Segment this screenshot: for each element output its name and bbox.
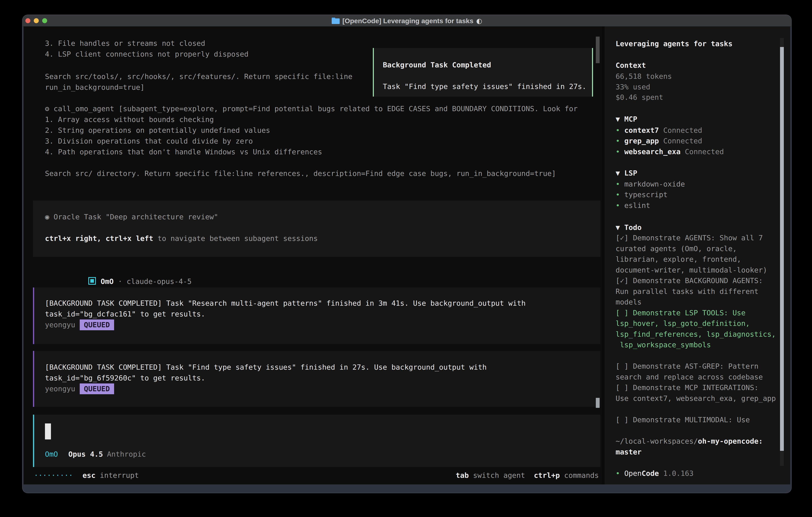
statusbar-left: ·········esc interrupt: [34, 470, 139, 481]
terminal-main-pane: 3. File handles or streams not closed 4.…: [24, 26, 602, 484]
status-dot-icon: •: [616, 147, 620, 156]
fisheye-icon: ◉: [45, 213, 49, 221]
sidebar-scrollbar-thumb[interactable]: [780, 47, 784, 451]
ctrlp-key-hint[interactable]: ctrl+p: [534, 471, 560, 480]
status-dot-icon: •: [616, 201, 620, 210]
author-name: yeongyu: [45, 321, 75, 329]
folder-icon: [332, 18, 340, 24]
text-cursor: [45, 424, 51, 439]
lsp-item: • typescript: [616, 189, 668, 200]
sidebar: Leveraging agents for tasks Context 66,5…: [602, 26, 790, 484]
main-scrollbar-thumb[interactable]: [596, 398, 600, 408]
collapse-arrow-icon: ▼: [616, 223, 620, 232]
notification-title: Background Task Completed: [383, 60, 491, 71]
agent-checkbox-icon: [88, 277, 96, 285]
prompt-input[interactable]: OmOOpus 4.5Anthropic: [33, 415, 601, 467]
active-agent-name: OmO: [45, 450, 58, 458]
task-message-meta: yeongyuQUEUED: [45, 320, 114, 330]
active-model-name: Opus 4.5: [68, 450, 103, 458]
mcp-name: context7: [624, 126, 659, 134]
esc-key-label: interrupt: [95, 471, 139, 480]
todo-active-item: [ ] Demonstrate LSP TOOLS: Use lsp_hover…: [616, 309, 776, 349]
status-dot-icon: •: [616, 126, 620, 134]
terminal-text-block: 3. File handles or streams not closed 4.…: [45, 38, 249, 60]
screen: [OpenCode] Leveraging agents for tasks ◐…: [0, 0, 812, 517]
mcp-name: grep_app: [624, 137, 659, 145]
oracle-task-title: ◉ Oracle Task "Deep architecture review": [45, 212, 218, 222]
lsp-name: eslint: [624, 201, 650, 210]
app-name: Open: [624, 469, 642, 478]
lsp-item: • eslint: [616, 200, 650, 211]
half-circle-icon: ◐: [476, 16, 482, 26]
terminal-text-block: Search src/tools/, src/hooks/, src/featu…: [45, 71, 352, 93]
context-heading: Context: [616, 60, 646, 71]
task-message-text: [BACKGROUND TASK COMPLETED] Task "Resear…: [45, 298, 526, 320]
window-title: [OpenCode] Leveraging agents for tasks: [343, 16, 473, 26]
status-dot-icon: •: [616, 469, 620, 478]
lsp-name: markdown-oxide: [624, 180, 685, 188]
mcp-item: • websearch_exa Connected: [616, 146, 724, 157]
todo-pending-item: [ ] Demonstrate MULTIMODAL: Use: [616, 416, 750, 424]
mcp-status: Connected: [659, 126, 702, 134]
window-title-group: [OpenCode] Leveraging agents for tasks ◐: [23, 15, 791, 26]
mcp-section-header[interactable]: ▼ MCP: [616, 114, 637, 125]
window-content: 3. File handles or streams not closed 4.…: [24, 26, 790, 484]
status-dot-icon: •: [616, 137, 620, 145]
status-dot-icon: •: [616, 180, 620, 188]
opencode-window: [OpenCode] Leveraging agents for tasks ◐…: [23, 15, 791, 493]
workspace-dir: ~/local-workspaces/: [616, 437, 698, 445]
tab-key-hint[interactable]: tab: [456, 471, 469, 480]
task-message-meta: yeongyuQUEUED: [45, 383, 114, 394]
session-title: Leveraging agents for tasks: [616, 38, 732, 49]
subagent-navigation-hint: ctrl+x right, ctrl+x left to navigate be…: [45, 233, 318, 244]
version-line: • OpenCode 1.0.163: [616, 468, 694, 479]
status-dot-icon: •: [616, 191, 620, 199]
spinner-dots: ·········: [34, 471, 73, 480]
background-task-message[interactable]: [BACKGROUND TASK COMPLETED] Task "Find t…: [33, 351, 601, 407]
agent-model: · claude-opus-4-5: [114, 277, 192, 285]
todo-pending-items: [ ] Demonstrate AST-GREP: Pattern search…: [616, 362, 776, 403]
mcp-status: Connected: [680, 147, 724, 156]
collapse-arrow-icon: ▼: [616, 169, 620, 177]
ctrlp-key-label: commands: [560, 471, 599, 480]
mcp-item: • grep_app Connected: [616, 136, 702, 146]
context-stats: 66,518 tokens 33% used $0.46 spent: [616, 71, 672, 103]
mcp-item: • context7 Connected: [616, 125, 702, 136]
hint-text: to navigate between subagent sessions: [153, 234, 318, 243]
todo-section-header[interactable]: ▼ Todo: [616, 222, 642, 233]
main-scrollbar-thumb-top[interactable]: [596, 36, 600, 63]
workspace-branch: master: [616, 448, 642, 456]
esc-key-hint[interactable]: esc: [83, 471, 95, 480]
model-status-line: OmOOpus 4.5Anthropic: [45, 449, 146, 460]
workspace-repo: oh-my-opencode:: [698, 437, 763, 445]
queued-badge: QUEUED: [80, 320, 114, 330]
collapse-arrow-icon: ▼: [616, 115, 620, 123]
author-name: yeongyu: [45, 385, 75, 393]
tab-key-label: switch agent: [469, 471, 525, 480]
agent-name: OmO: [101, 277, 114, 285]
oracle-task-panel[interactable]: ◉ Oracle Task "Deep architecture review"…: [33, 200, 601, 257]
titlebar[interactable]: [OpenCode] Leveraging agents for tasks ◐: [23, 15, 791, 27]
todo-done-items: [✓] Demonstrate AGENTS: Show all 7 curat…: [616, 234, 767, 306]
provider-name: Anthropic: [107, 450, 146, 458]
lsp-section-header[interactable]: ▼ LSP: [616, 168, 637, 179]
lsp-name: typescript: [624, 191, 668, 199]
background-task-message[interactable]: [BACKGROUND TASK COMPLETED] Task "Resear…: [33, 288, 601, 344]
statusbar-right: tab switch agentctrl+p commands: [456, 470, 599, 481]
workspace-path: ~/local-workspaces/oh-my-opencode: maste…: [616, 436, 763, 457]
tool-call-block: ⚙ call_omo_agent [subagent_type=explore,…: [45, 103, 578, 179]
task-message-text: [BACKGROUND TASK COMPLETED] Task "Find t…: [45, 362, 487, 383]
queued-badge: QUEUED: [80, 383, 114, 394]
todo-list: [✓] Demonstrate AGENTS: Show all 7 curat…: [616, 233, 776, 425]
background-task-notification[interactable]: Background Task Completed Task "Find typ…: [373, 48, 593, 97]
hint-keys: ctrl+x right, ctrl+x left: [45, 234, 153, 243]
lsp-item: • markdown-oxide: [616, 179, 685, 190]
notification-message: Task "Find type safety issues" finished …: [383, 81, 586, 92]
mcp-status: Connected: [659, 137, 702, 145]
app-name-bold: Code: [642, 469, 659, 478]
app-version: 1.0.163: [659, 469, 694, 478]
mcp-name: websearch_exa: [624, 147, 680, 156]
